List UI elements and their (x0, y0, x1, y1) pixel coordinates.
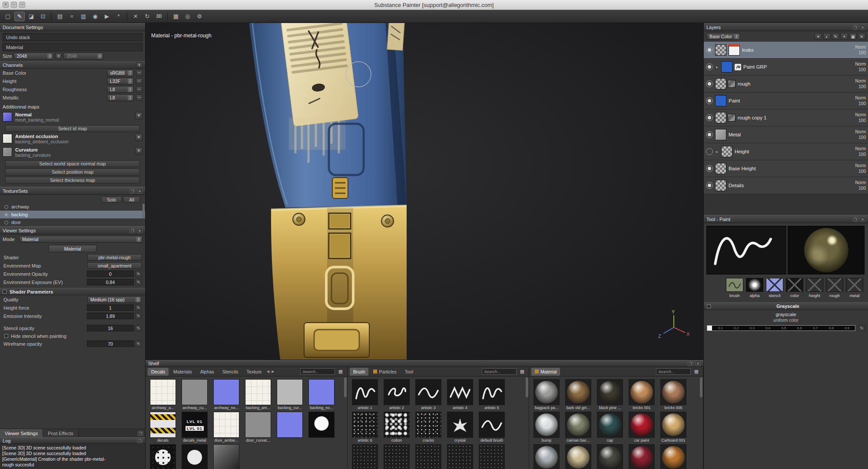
material-item[interactable] (597, 444, 623, 469)
grayscale-edit-button[interactable]: ✎ (858, 325, 865, 331)
layer-thumbnail[interactable] (715, 163, 726, 174)
expand-arrow-icon[interactable]: ▸ (715, 65, 719, 69)
layer-row-paint[interactable]: Paint Norm100 (704, 92, 868, 109)
camera-icon[interactable]: ◎ (182, 12, 193, 21)
close-panel-icon[interactable]: ✕ (137, 228, 142, 233)
remove-channel-button[interactable]: − (136, 78, 142, 84)
layer-row-rough-copy-1[interactable]: rough copy 1 Norm100 (704, 109, 868, 126)
scrollbar[interactable] (526, 377, 528, 397)
shelf-item[interactable]: door_curvat... (245, 412, 271, 443)
add-paint-layer-icon[interactable]: ✎ (832, 33, 839, 40)
blend-mode[interactable]: Norm (855, 45, 866, 50)
material-item[interactable] (660, 444, 686, 469)
size-height-dropdown[interactable]: 2048 ▲▼ (63, 53, 103, 59)
brush-item[interactable] (384, 444, 410, 469)
float-panel-icon[interactable]: ❐ (129, 228, 135, 233)
edit-pencil-icon[interactable]: ✎ (135, 304, 142, 311)
material-item[interactable] (565, 444, 591, 469)
mode-3d-icon[interactable]: 3D (154, 12, 164, 21)
undo-stack-item[interactable]: Undo stack (3, 33, 142, 41)
brush-item[interactable]: artistic 1 (352, 379, 378, 410)
layer-row-rough[interactable]: rough Norm100 (704, 76, 868, 92)
decals-search-input[interactable] (300, 368, 335, 375)
geometry-fill-icon[interactable]: ▤ (55, 12, 65, 21)
tab-brush[interactable]: Brush (350, 368, 368, 376)
shelf-item[interactable]: archway_cu... (182, 379, 208, 410)
material-item[interactable]: car paint (629, 412, 655, 443)
all-button[interactable]: All (123, 196, 140, 203)
tool-channel-color[interactable]: color (785, 278, 804, 298)
layer-thumbnail[interactable] (715, 95, 726, 106)
radio-icon[interactable] (4, 213, 8, 217)
tab-material[interactable]: Material (531, 368, 560, 376)
tool-channel-metal[interactable]: metal (845, 278, 864, 298)
post-effects-tab[interactable]: Post Effects (43, 429, 79, 438)
material-item[interactable]: caiman bac... (565, 412, 591, 443)
material-item[interactable] (533, 444, 560, 469)
normal-map-thumbnail[interactable] (3, 112, 12, 122)
tab-stencils[interactable]: Stencils (219, 368, 242, 376)
symmetry-icon[interactable]: ✕ (130, 12, 141, 21)
layer-visibility-toggle[interactable] (706, 80, 713, 87)
texture-set-item-backing[interactable]: backing (0, 211, 145, 218)
material-item[interactable]: bricks 005 (660, 379, 686, 410)
material-item[interactable]: cap (597, 412, 623, 443)
float-panel-icon[interactable]: ❐ (137, 438, 142, 443)
shelf-item[interactable]: LVL 01LVL 01decals_metal (182, 412, 208, 443)
stencil-opacity-slider[interactable]: 16 (87, 325, 134, 331)
paint-tool-icon[interactable]: ✎ (14, 12, 25, 21)
transform-tool-icon[interactable]: ▢ (3, 12, 13, 21)
brush-item[interactable]: cracks (415, 412, 441, 443)
edit-pencil-icon[interactable]: ✎ (135, 313, 142, 319)
tab-materials[interactable]: Materials (170, 368, 195, 376)
close-panel-icon[interactable]: ✕ (137, 188, 142, 194)
channel-format-dropdown[interactable]: sRGB8 ▲▼ (107, 69, 134, 76)
close-panel-icon[interactable]: ✕ (860, 217, 865, 222)
tool-channel-brush[interactable]: brush (726, 278, 744, 298)
layer-visibility-toggle[interactable] (706, 46, 713, 53)
close-window-button[interactable]: ✕ (3, 2, 9, 8)
material-item[interactable]: bump (533, 412, 560, 443)
float-panel-icon[interactable]: ❐ (688, 361, 693, 366)
add-effect-icon[interactable]: ✴ (815, 33, 822, 40)
export-icon[interactable]: ↻ (142, 12, 152, 21)
radio-icon[interactable] (4, 221, 8, 225)
ambient-occlusion-thumbnail[interactable] (3, 134, 12, 143)
material-settings-tab[interactable]: Material (49, 245, 96, 252)
remove-curvature-map-button[interactable]: ✕ (135, 147, 142, 155)
shelf-item[interactable]: archway_no... (213, 379, 239, 410)
select-position-map-button[interactable]: Select position map (5, 168, 140, 175)
brush-item[interactable] (479, 444, 505, 469)
height-force-slider[interactable]: 1 (87, 304, 134, 311)
shelf-item[interactable] (150, 444, 176, 469)
select-id-map-button[interactable]: Select id map (5, 125, 140, 132)
float-panel-icon[interactable]: ❐ (138, 431, 143, 436)
blend-mode[interactable]: Norm (855, 181, 866, 185)
blend-mode[interactable]: Norm (855, 113, 866, 117)
layer-visibility-toggle[interactable] (706, 182, 713, 189)
shelf-item[interactable] (182, 444, 208, 469)
texture-set-item-door[interactable]: door (0, 218, 145, 226)
shader-parameters-checkbox[interactable] (3, 290, 7, 294)
material-search-input[interactable] (656, 368, 691, 375)
tool-channel-stencil[interactable]: stencil (765, 278, 784, 298)
projection-tool-icon[interactable]: ⊡ (38, 12, 48, 21)
blend-mode[interactable]: Norm (855, 62, 866, 66)
material-item[interactable]: Carboard 001 (660, 412, 686, 443)
layer-mask-thumbnail[interactable] (715, 78, 726, 89)
material-item[interactable]: bricks 001 (629, 379, 655, 410)
layer-thumbnail[interactable] (715, 129, 726, 140)
layer-opacity[interactable]: 100 (858, 152, 866, 157)
tool-channel-rough[interactable]: rough (825, 278, 844, 298)
remove-channel-button[interactable]: − (136, 95, 142, 101)
material-item[interactable]: bagpack pa... (533, 379, 560, 410)
layer-mask-thumbnail[interactable] (715, 44, 726, 56)
layer-row-metal[interactable]: Metal Norm100 (704, 126, 868, 143)
layer-opacity[interactable]: 100 (858, 169, 866, 174)
layer-row-details[interactable]: Details Norm100 (704, 177, 868, 194)
material-item[interactable]: black pine ... (597, 379, 623, 410)
material-preview-sphere[interactable] (788, 226, 865, 274)
expand-arrow-icon[interactable]: ▸ (715, 150, 719, 154)
layer-thumbnail[interactable] (721, 61, 732, 73)
scrollbar[interactable] (344, 377, 347, 397)
